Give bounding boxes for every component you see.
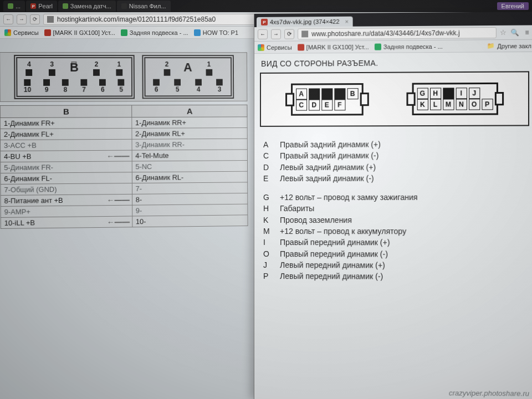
apps-button[interactable]: Сервисы [4, 29, 39, 36]
close-tab-icon[interactable]: × [345, 18, 349, 25]
cell-a: 3-Динамик RR- [132, 139, 248, 150]
legend-row: M+12 вольт – провод к аккумулятору [263, 226, 529, 237]
back-button[interactable]: ← [258, 29, 268, 39]
user-badge[interactable]: Евгений [497, 2, 529, 10]
iso-pin: K [417, 99, 428, 110]
apps-button[interactable]: Сервисы [258, 44, 292, 50]
left-image-content: B 4321 1098765 A 21 6543 B A 1-Динамик [0, 52, 248, 229]
bm-label: Сервисы [267, 44, 292, 50]
pin: 1 [116, 60, 122, 76]
cell-a: 4-Tel-Mute [132, 150, 248, 161]
cell-b: 2-Динамик FL+ [0, 128, 131, 140]
legend-key: J [263, 259, 273, 270]
pin: 2 [93, 60, 100, 76]
legend-text: Правый передний динамик (-) [280, 248, 388, 260]
hand-arrow-icon: ←—— [106, 151, 129, 160]
legend-row: OПравый передний динамик (-) [263, 248, 529, 260]
legend-key: H [263, 203, 273, 214]
legend-row: PЛевый передний динамик (-) [263, 270, 529, 283]
cell-a: 6-Динамик RL- [132, 171, 248, 183]
pin: 4 [25, 60, 32, 76]
cell-b: 1-Динамик FR+ [0, 117, 131, 129]
cell-a: 10- [132, 215, 248, 227]
legend-row: G+12 вольт – провод к замку зажигания [263, 192, 529, 203]
pin: 3 [49, 60, 55, 76]
tab[interactable]: ... [3, 1, 25, 12]
iso-connector-left: AB CDEF [291, 83, 364, 116]
iso-pin: A [296, 89, 307, 100]
folder-icon: 📁 [487, 42, 495, 49]
search-icon[interactable]: 🔍 [510, 28, 519, 37]
connector-b: B 4321 1098765 [14, 55, 135, 99]
forward-button[interactable]: → [17, 14, 27, 24]
pin: 10 [24, 78, 31, 94]
table-row: 2-Динамик FL+2-Динамик RL+ [0, 128, 247, 140]
iso-pin: E [321, 99, 332, 110]
pin: 3 [216, 78, 223, 94]
reload-button[interactable]: ⟳ [284, 29, 294, 39]
hand-arrow-icon: ←—— [107, 217, 130, 226]
forward-button[interactable]: → [271, 29, 281, 39]
legend-key: D [263, 162, 273, 173]
cell-b: 6-Динамик FL- [1, 172, 132, 185]
legend-text: Левый передний динамик (+) [280, 259, 385, 271]
legend-key: M [263, 226, 273, 237]
table-row: 10-iLL +B←——10- [1, 215, 248, 229]
iso-pin [309, 88, 320, 99]
cell-a: 7- [132, 182, 248, 195]
legend-text: Правый задний динамик (+) [280, 139, 381, 150]
address-bar[interactable]: www.photoshare.ru/data/43/43446/1/4xs7dw… [298, 27, 497, 39]
pins-bottom: 1098765 [21, 78, 128, 94]
legend-key: K [263, 214, 273, 226]
cell-a: 8- [132, 193, 248, 206]
tab-active[interactable]: P 4xs7dw-vkk.jpg (374×422 × [257, 17, 353, 27]
bookmark-item[interactable]: Задняя подвеска - ... [121, 29, 188, 36]
connector-label-a: A [183, 60, 192, 75]
legend-text: Левый передний динамик (-) [280, 270, 383, 282]
cell-a: 9- [132, 204, 248, 216]
pin: 1 [206, 60, 212, 76]
connector-a: A 21 6543 [142, 55, 234, 99]
cell-b: 10-iLL +B←—— [1, 216, 132, 228]
pin: 5 [118, 78, 125, 94]
menu-icon[interactable]: ≡ [523, 28, 531, 37]
pin: 8 [62, 78, 69, 94]
back-button[interactable]: ← [3, 14, 13, 24]
cell-a: 2-Динамик RL+ [132, 128, 248, 140]
legend-key: C [263, 150, 273, 161]
legend-row: IПравый передний динамик (+) [263, 237, 529, 248]
front-bookmark-bar: Сервисы [MARK II GX100] Уст... Задняя по… [254, 40, 532, 54]
legend-key: E [263, 173, 273, 184]
iso-pin: O [469, 99, 480, 110]
legend-text: Левый задний динамик (+) [280, 161, 376, 173]
bookmark-item[interactable]: Задняя подвеска - ... [375, 43, 443, 50]
reload-button[interactable]: ⟳ [30, 14, 40, 24]
pin: 2 [163, 60, 170, 76]
legend-row: HГабариты [263, 203, 529, 214]
iso-pin: L [429, 99, 441, 110]
bookmark-item[interactable]: [MARK II GX100] Уст... [44, 29, 115, 36]
bookmark-item[interactable]: HOW TO: P1 [194, 29, 238, 36]
legend-text: +12 вольт – провод к замку зажигания [280, 192, 418, 203]
tab[interactable]: Замена датч... [58, 1, 116, 12]
legend-key: G [263, 192, 273, 203]
watermark-text: crazyviper.photoshare.ru [449, 389, 529, 398]
favicon-p-icon: P [261, 19, 268, 25]
bm-label: Задняя подвеска - ... [383, 43, 443, 50]
legend-key: P [263, 270, 273, 282]
iso-pin [321, 88, 332, 99]
legend-row: KПровод заземления [263, 214, 529, 226]
front-browser-window: P 4xs7dw-vkk.jpg (374×422 × ← → ⟳ www.ph… [254, 12, 532, 399]
other-bookmarks[interactable]: 📁Другие закл [487, 42, 531, 50]
iso-pin: B [347, 88, 358, 99]
iso-pin: J [469, 88, 480, 99]
tab[interactable]: Nissan Фил... [117, 1, 171, 12]
legend-text: Правый передний динамик (+) [280, 237, 390, 248]
bookmark-star-icon[interactable]: ☆ [500, 28, 507, 37]
tab[interactable]: PPearl [26, 1, 57, 12]
tab-label: Замена датч... [70, 3, 111, 9]
bookmark-item[interactable]: [MARK II GX100] Уст... [298, 43, 369, 50]
bm-label: [MARK II GX100] Уст... [53, 29, 115, 36]
cell-b: 7-Общий (GND) [1, 183, 132, 196]
col-header-b: B [0, 105, 131, 118]
